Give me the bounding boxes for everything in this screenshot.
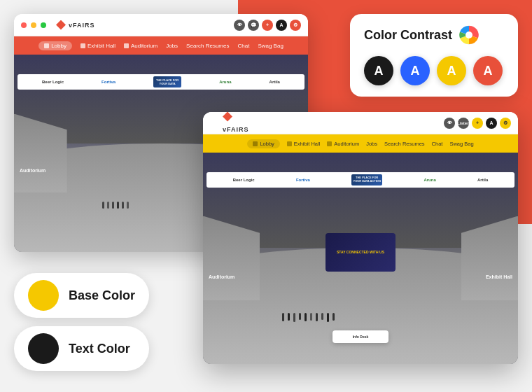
sponsor-fortiva-front: Fortiva: [296, 178, 310, 182]
window-dot-yellow[interactable]: [31, 22, 36, 28]
promo-title-front: STAY CONNECTED WITH US: [337, 250, 384, 255]
svg-point-1: [465, 31, 472, 38]
color-circle-red[interactable]: A: [473, 56, 503, 85]
text-color-panel[interactable]: Text Color: [14, 326, 149, 371]
color-contrast-panel: Color Contrast A A A A: [350, 14, 518, 97]
exhibit-hall-label-front: Exhibit Hall: [486, 274, 512, 279]
window-dot-green[interactable]: [41, 22, 46, 28]
toolbar-right-back: 👁 💬 + A ⚙: [234, 20, 301, 31]
nav-exhibit-back[interactable]: Exhibit Hall: [80, 43, 115, 49]
auditorium-label-front: Auditorium: [209, 274, 234, 279]
window-dot-red[interactable]: [21, 22, 27, 28]
nav-search-back[interactable]: Search Resumes: [186, 43, 229, 49]
swatch-panels-container: Base Color Text Color: [14, 273, 149, 371]
color-circle-yellow[interactable]: A: [437, 56, 466, 85]
sponsor-aruna-front: Aruna: [424, 178, 435, 182]
toolbar-plus-icon[interactable]: +: [262, 20, 273, 31]
browser-content-front: Beer Logic Fortiva THE PLACE FOR YOUR DA…: [203, 153, 518, 364]
base-color-label: Base Color: [69, 288, 135, 303]
nav-chat-back[interactable]: Chat: [237, 43, 249, 49]
browser-window-front: vFAIRS 👁 Listen + A ⚙ Lobby Exhibit Hall…: [203, 112, 518, 364]
toolbar-listen-icon-front[interactable]: Listen: [458, 118, 469, 129]
nav-lobby-front[interactable]: Lobby: [247, 139, 279, 148]
panel-header: Color Contrast: [364, 25, 504, 45]
sponsor-bar-back: Beer Logic Fortiva THE PLACE FOR YOUR DA…: [18, 74, 304, 90]
sponsor-bar-front: Beer Logic Fortiva THE PLACE FOR YOUR DA…: [206, 172, 514, 188]
auditorium-icon: [124, 43, 129, 48]
sponsor-banner-back: THE PLACE FOR YOUR DATA: [153, 76, 181, 88]
base-color-swatch: [28, 280, 59, 311]
base-color-panel[interactable]: Base Color: [14, 273, 149, 318]
hall-background-front: Beer Logic Fortiva THE PLACE FOR YOUR DA…: [203, 153, 518, 364]
toolbar-right-front: 👁 Listen + A ⚙: [444, 118, 511, 129]
sponsor-aruna: Aruna: [219, 80, 231, 84]
crowd-area-front: [282, 313, 440, 322]
nav-auditorium-front[interactable]: Auditorium: [327, 141, 359, 147]
panel-title: Color Contrast: [364, 28, 452, 43]
sponsor-artila-front: Artila: [477, 178, 488, 182]
nav-bar-front: Lobby Exhibit Hall Auditorium Jobs Searc…: [203, 134, 518, 153]
info-desk: Info Desk: [332, 330, 388, 343]
nav-exhibit-front[interactable]: Exhibit Hall: [287, 141, 321, 147]
nav-lobby-back[interactable]: Lobby: [38, 41, 72, 50]
nav-swagbag-front[interactable]: Swag Bag: [449, 141, 473, 147]
toolbar-settings-icon-front[interactable]: ⚙: [500, 118, 511, 129]
exhibit-icon-front: [287, 141, 292, 146]
nav-search-front[interactable]: Search Resumes: [384, 141, 425, 147]
nav-bar-back: Lobby Exhibit Hall Auditorium Jobs Searc…: [14, 36, 308, 55]
sponsor-banner-front: THE PLACE FOR YOUR DATA ACTION: [351, 174, 382, 186]
toolbar-eye-icon-front[interactable]: 👁: [444, 118, 455, 129]
color-circles-container: A A A A: [364, 56, 504, 85]
sponsor-beerlogic-front: Beer Logic: [233, 178, 255, 182]
main-container: vFAIRS 👁 💬 + A ⚙ Lobby Exhibit Hall Audi…: [0, 0, 532, 392]
nav-jobs-front[interactable]: Jobs: [366, 141, 377, 147]
toolbar-plus-icon-front[interactable]: +: [472, 118, 483, 129]
toolbar-settings-icon[interactable]: ⚙: [290, 20, 301, 31]
exhibit-icon: [80, 43, 85, 48]
text-color-label: Text Color: [69, 342, 130, 356]
logo-area-front: vFAIRS: [223, 112, 249, 134]
auditorium-icon-front: [327, 141, 332, 146]
auditorium-label-back: Auditorium: [20, 168, 46, 173]
toolbar-a-icon-dark[interactable]: A: [276, 20, 287, 31]
vfairs-logo-icon-back: [56, 20, 66, 30]
color-wheel-icon: [459, 25, 479, 45]
nav-jobs-back[interactable]: Jobs: [166, 43, 178, 49]
sponsor-fortiva: Fortiva: [102, 80, 115, 84]
vfairs-logo-text-front: vFAIRS: [223, 126, 249, 133]
nav-chat-front[interactable]: Chat: [432, 141, 443, 147]
nav-auditorium-back[interactable]: Auditorium: [124, 43, 158, 49]
toolbar-a-icon-front[interactable]: A: [486, 118, 497, 129]
toolbar-listen-icon[interactable]: 💬: [248, 20, 259, 31]
nav-swagbag-back[interactable]: Swag Bag: [258, 43, 283, 49]
color-circle-black[interactable]: A: [364, 56, 393, 85]
toolbar-eye-icon[interactable]: 👁: [234, 20, 245, 31]
color-circle-blue[interactable]: A: [400, 56, 430, 85]
text-color-swatch: [28, 333, 59, 364]
browser-bar-front: vFAIRS 👁 Listen + A ⚙: [203, 112, 518, 134]
vfairs-logo-text-back: vFAIRS: [69, 22, 95, 29]
lobby-icon: [44, 43, 49, 48]
promo-banner-front: STAY CONNECTED WITH US: [326, 233, 396, 272]
lobby-icon-front: [253, 141, 258, 146]
crowd-area: [102, 202, 129, 209]
sponsor-artila: Artila: [270, 80, 280, 84]
logo-area-back: vFAIRS: [56, 20, 95, 30]
vfairs-logo-icon-front: [223, 112, 232, 122]
browser-bar-back: vFAIRS 👁 💬 + A ⚙: [14, 14, 308, 36]
sponsor-beerlogic: Beer Logic: [42, 80, 64, 84]
